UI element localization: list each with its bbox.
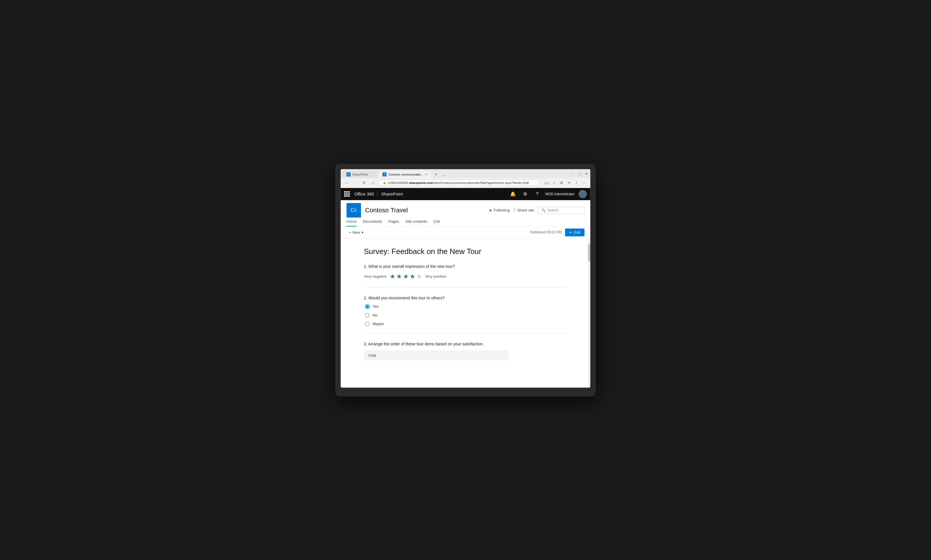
star-icon: ★	[489, 208, 493, 212]
star-5[interactable]: ★	[416, 273, 422, 280]
radio-option-yes[interactable]: Yes	[365, 304, 567, 309]
radio-circle-no	[365, 313, 370, 318]
user-avatar[interactable]: 👤	[579, 190, 587, 198]
browser-tab-2[interactable]: S Contoso communicatio... ✕	[379, 171, 431, 178]
topnav-right: 🔔 ⚙ ? MOD Administrator 👤	[509, 190, 587, 198]
scrollbar[interactable]	[588, 238, 590, 388]
waffle-dot	[344, 191, 346, 193]
read-mode-button[interactable]: 📖	[543, 180, 550, 186]
new-dropdown-button[interactable]: + New ▾	[346, 229, 366, 236]
tab-bar: S SharePoint S Contoso communicatio... ✕…	[341, 169, 590, 178]
waffle-dot	[348, 195, 350, 197]
waffle-dot	[344, 193, 346, 195]
edit-page-button[interactable]: ✏ Edit	[565, 229, 585, 236]
star-rating-stars[interactable]: ★ ★ ★ ★ ★	[390, 273, 422, 280]
share-label: Share site	[517, 208, 534, 212]
site-title: Contoso Travel	[365, 206, 408, 214]
site-header: Cc Contoso Travel ★ Following ⤴ Share si…	[341, 200, 590, 227]
help-button[interactable]: ?	[533, 190, 541, 198]
rating-max-label: Very positive	[425, 274, 446, 278]
star-3[interactable]: ★	[403, 273, 409, 280]
browser-tab-1[interactable]: S SharePoint	[343, 171, 378, 178]
waffle-menu-button[interactable]	[344, 191, 350, 197]
sp-content-area: Survey: Feedback on the New Tour 1. What…	[341, 238, 590, 388]
order-item-cost[interactable]: Cost	[364, 350, 509, 360]
favorite-button[interactable]: ☆	[551, 180, 557, 186]
star-4[interactable]: ★	[410, 273, 415, 280]
radio-label-yes: Yes	[372, 304, 379, 309]
question-2-block: 2. Would you recommend this tour to othe…	[364, 295, 567, 334]
browser-chrome: S SharePoint S Contoso communicatio... ✕…	[341, 169, 590, 188]
more-button[interactable]: ···	[581, 180, 587, 186]
question-1-number: 1.	[364, 264, 367, 269]
waffle-dot	[344, 195, 346, 197]
back-button[interactable]: ←	[344, 180, 350, 186]
question-2-number: 2.	[364, 295, 367, 300]
site-search-box[interactable]: 🔍 Search	[538, 207, 585, 214]
nav-item-edit[interactable]: Edit	[433, 219, 440, 226]
radio-option-maybe[interactable]: Maybe	[365, 322, 567, 326]
plus-icon: +	[349, 230, 351, 235]
question-3-block: 3. Arrange the order of these tour items…	[364, 342, 567, 368]
scrollbar-thumb[interactable]	[588, 244, 590, 262]
site-identity: Cc Contoso Travel ★ Following ⤴ Share si…	[346, 203, 585, 217]
waffle-dot	[346, 195, 348, 197]
refresh-button[interactable]: ↻	[361, 180, 367, 186]
radio-circle-maybe	[365, 322, 370, 326]
waffle-dot	[346, 193, 348, 195]
restore-button[interactable]: ⬜	[577, 172, 582, 176]
close-button[interactable]: ✕	[585, 172, 588, 176]
browser-screen: S SharePoint S Contoso communicatio... ✕…	[340, 169, 591, 388]
tab-label-2: Contoso communicatio...	[388, 173, 423, 176]
minimize-button[interactable]: −	[572, 172, 574, 176]
rating-min-label: Very negative	[364, 274, 387, 278]
tab-close-button[interactable]: ✕	[425, 172, 428, 177]
tab-list-button[interactable]: ⌄	[441, 171, 448, 178]
share-button[interactable]: ⤴	[573, 180, 580, 186]
new-label: New	[353, 230, 360, 235]
collections-button[interactable]: ⊞	[559, 180, 565, 186]
settings-button[interactable]: ⚙	[521, 190, 529, 198]
radio-label-maybe: Maybe	[372, 322, 384, 326]
nav-divider	[377, 191, 378, 197]
nav-item-documents[interactable]: Documents	[363, 219, 382, 226]
radio-label-no: No	[372, 313, 377, 317]
url-prefix: m365x428060.	[388, 181, 409, 185]
share-site-button[interactable]: ⤴ Share site	[514, 208, 534, 212]
nav-item-home[interactable]: Home	[346, 219, 357, 226]
notifications-button[interactable]: 🔔	[509, 190, 517, 198]
window-controls: − ⬜ ✕	[572, 172, 588, 177]
following-label: Following	[494, 208, 510, 212]
star-1[interactable]: ★	[390, 273, 395, 280]
new-tab-button[interactable]: +	[432, 171, 440, 178]
site-logo: Cc	[346, 203, 361, 217]
pencil-icon: ✏	[569, 230, 572, 235]
lock-icon: 🔒	[383, 181, 386, 184]
tab-favicon-1: S	[346, 172, 350, 177]
browser-tools: 📖 ☆ ⊞ ✏ ⤴ ···	[543, 180, 587, 186]
survey-title: Survey: Feedback on the New Tour	[364, 247, 567, 256]
tab-favicon-2: S	[383, 172, 386, 177]
following-button[interactable]: ★ Following	[489, 208, 510, 212]
star-rating: Very negative ★ ★ ★ ★ ★ Very positive	[364, 273, 567, 280]
home-button[interactable]: ⌂	[370, 180, 376, 186]
pen-button[interactable]: ✏	[566, 180, 572, 186]
address-bar-row: ← → ↻ ⌂ 🔒 m365x428060.sharepoint.com/sit…	[341, 178, 590, 188]
waffle-dot	[348, 193, 350, 195]
waffle-dot	[348, 191, 350, 193]
url-domain: sharepoint.com	[409, 181, 433, 185]
question-3-text: 3. Arrange the order of these tour items…	[364, 342, 567, 346]
question-1-text: 1. What is your overall impression of th…	[364, 264, 567, 269]
nav-item-pages[interactable]: Pages	[388, 219, 399, 226]
edit-button-label: Edit	[574, 230, 581, 235]
url-bar[interactable]: 🔒 m365x428060.sharepoint.com/sites/Conto…	[378, 180, 539, 186]
radio-option-no[interactable]: No	[365, 313, 567, 318]
published-status: Published 05:01 PM	[530, 230, 561, 234]
url-path: /sites/Contosocommunicationsite/SitePage…	[433, 181, 529, 185]
sharepoint-label: SharePoint	[381, 191, 403, 196]
star-2[interactable]: ★	[396, 273, 402, 280]
forward-button[interactable]: →	[352, 180, 359, 186]
laptop-frame: S SharePoint S Contoso communicatio... ✕…	[335, 164, 596, 397]
question-3-number: 3.	[364, 342, 367, 346]
nav-item-site-contents[interactable]: Site contents	[405, 219, 427, 226]
